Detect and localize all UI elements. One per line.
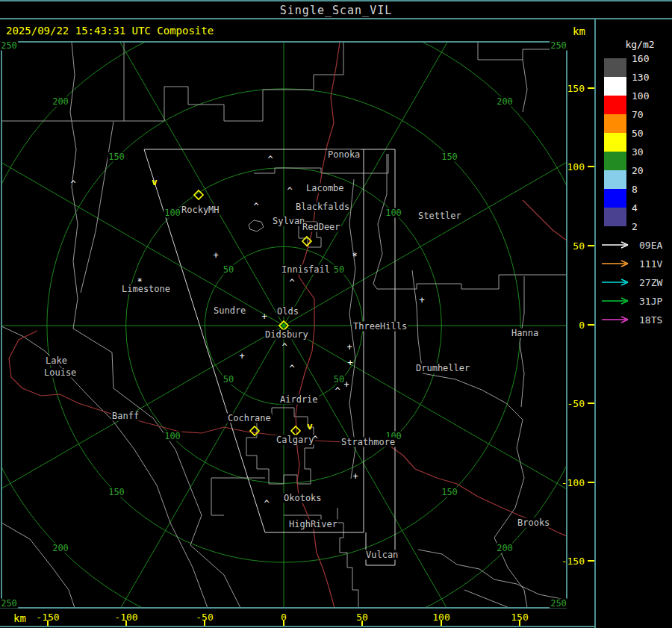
ring-distance-label: 50 <box>333 265 345 275</box>
map-frame <box>0 19 595 628</box>
bottom-axis-tick-label: 0 <box>281 612 287 622</box>
ring-distance-label: 250 <box>0 41 18 51</box>
right-axis-tick-label: 150 <box>567 84 585 93</box>
city-label: Sylvan <box>272 217 305 226</box>
storm-cell-marker: ^ <box>335 387 340 396</box>
city-label: Calgary <box>276 435 315 445</box>
colorbar-swatch <box>604 133 626 152</box>
right-axis-tick <box>588 402 594 404</box>
storm-cell-marker: ^ <box>289 279 294 287</box>
bottom-axis-tick-label: -50 <box>196 612 213 622</box>
motion-vector-icon: v <box>152 178 158 187</box>
right-axis-tick <box>588 560 594 562</box>
right-axis-tick-label: -150 <box>561 556 585 566</box>
colorbar-swatch <box>604 189 626 208</box>
city-label: Lake <box>45 356 68 366</box>
colorbar-swatch <box>604 96 626 114</box>
storm-cell-marker: + <box>239 352 244 361</box>
city-label: Blackfalds <box>295 202 350 212</box>
colorbar-value-label: 50 <box>632 128 644 138</box>
colorbar-value-label: 160 <box>632 54 649 63</box>
right-axis-tick <box>588 482 594 483</box>
ring-distance-label: 250 <box>550 599 567 609</box>
radar-site-icon <box>250 426 259 435</box>
ring-distance-label: 200 <box>496 544 514 553</box>
city-label: Okotoks <box>283 494 323 503</box>
city-label: Hanna <box>511 329 539 338</box>
colorbar-swatch <box>604 77 626 96</box>
city-label: Vulcan <box>365 550 399 560</box>
colorbar-value-label: 8 <box>632 184 638 194</box>
storm-cell-marker: * <box>137 277 142 286</box>
right-axis-tick-label: 100 <box>567 162 585 172</box>
bottom-axis-tick-label: 100 <box>432 612 449 622</box>
right-axis-tick <box>588 324 594 326</box>
right-axis-tick-label: -50 <box>567 399 585 408</box>
ring-distance-label: 250 <box>0 599 18 609</box>
colorbar-swatch <box>604 152 626 170</box>
legend-site-id: 27ZW <box>639 278 662 287</box>
storm-cell-marker: ^ <box>70 180 75 189</box>
storm-cell-marker: + <box>213 251 218 260</box>
storm-cell-marker: * <box>352 252 357 261</box>
radar-map-canvas[interactable] <box>0 0 672 628</box>
storm-cell-marker: ^ <box>287 187 292 196</box>
ring-distance-label: 50 <box>223 265 234 275</box>
storm-cell-marker: ^ <box>253 202 258 211</box>
city-label: Cochrane <box>227 414 272 423</box>
city-label: RockyMH <box>181 205 220 215</box>
storm-cell-marker: ^ <box>289 364 294 373</box>
city-label: ThreeHills <box>352 322 408 332</box>
bottom-axis-tick-label: 150 <box>511 612 528 622</box>
city-label: Limestone <box>121 285 171 294</box>
colorbar-value-label: 70 <box>632 110 644 119</box>
city-label: HighRiver <box>288 520 338 529</box>
storm-cell-marker: ^ <box>264 500 269 509</box>
ring-distance-label: 100 <box>164 208 181 218</box>
ring-distance-label: 50 <box>223 375 234 385</box>
city-label: Olds <box>276 307 299 317</box>
city-label: Didsbury <box>264 330 309 340</box>
azimuth-radial <box>0 0 672 628</box>
legend-site-id: 111V <box>639 259 662 269</box>
city-label: RedDeer <box>302 223 341 232</box>
right-axis-tick-label: -100 <box>561 478 585 488</box>
storm-cell-marker: + <box>419 296 424 305</box>
radar-app-window: Single_Scan_VIL 2025/09/22 15:43:31 UTC … <box>0 0 672 628</box>
colorbar-swatch <box>604 208 626 226</box>
range-ring <box>0 0 672 628</box>
legend-site-id: 18TS <box>639 315 662 325</box>
right-axis-tick-label: 50 <box>573 241 585 251</box>
colorbar-swatch <box>604 170 626 189</box>
motion-vector-icon: v <box>307 422 313 431</box>
storm-cell-marker: ^ <box>312 435 317 444</box>
range-ring-grid <box>0 0 672 628</box>
radar-legend-arrows <box>602 242 628 323</box>
city-label: Innisfail <box>281 265 331 275</box>
ring-distance-label: 250 <box>550 41 567 51</box>
storm-cell-marker: + <box>346 343 352 352</box>
legend-site-id: 09EA <box>639 240 662 250</box>
colorbar-value-label: 100 <box>632 91 649 101</box>
storm-cell-marker: + <box>343 380 349 389</box>
azimuth-radial <box>0 0 672 628</box>
colorbar-value-label: 30 <box>632 147 644 157</box>
colorbar-swatch <box>604 58 626 77</box>
city-label: Brooks <box>517 518 550 528</box>
storm-cell-marker: ^ <box>281 343 287 352</box>
colorbar-swatch <box>604 114 626 133</box>
bottom-axis-tick-label: 50 <box>356 612 368 622</box>
azimuth-radial <box>0 0 638 628</box>
storm-cell-marker: + <box>261 312 267 321</box>
right-axis-tick-label: 0 <box>579 320 585 330</box>
colorbar-value-label: 4 <box>632 203 638 213</box>
storm-cell-marker: + <box>347 358 352 367</box>
ring-distance-label: 200 <box>496 97 514 107</box>
bottom-axis-tick-label: -100 <box>114 612 137 622</box>
vil-colorbar <box>604 58 626 226</box>
legend-site-id: 31JP <box>639 296 662 306</box>
city-label: Strathmore <box>340 438 396 447</box>
bottom-axis-tick-label: -150 <box>36 612 59 622</box>
ring-distance-label: 200 <box>52 97 69 107</box>
city-label: Sundre <box>213 306 246 316</box>
